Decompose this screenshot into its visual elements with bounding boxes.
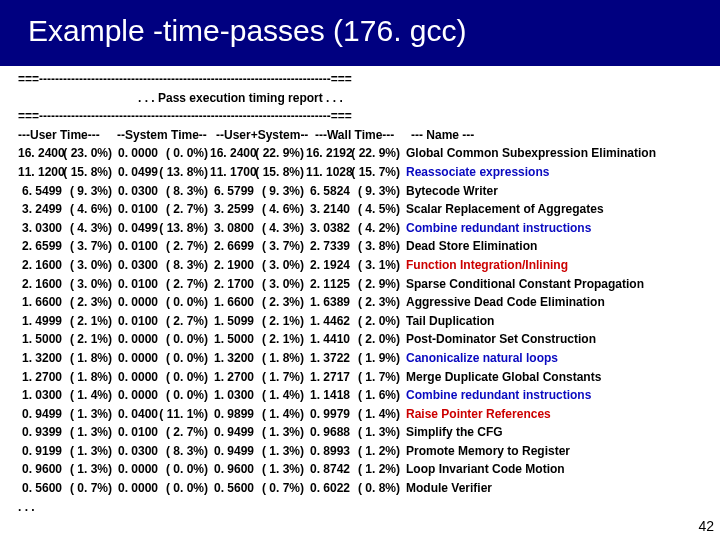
report-title: . . . Pass execution timing report . . .	[18, 89, 716, 108]
pass-name: Tail Duplication	[400, 312, 494, 331]
column-headers: ---User Time--- --System Time-- --User+S…	[18, 126, 716, 145]
timing-report: ===-------------------------------------…	[0, 66, 720, 516]
table-row: 3. 2499 ( 4. 6%)0. 0100 ( 2. 7%)3. 2599 …	[18, 200, 716, 219]
pass-name: Promote Memory to Register	[400, 442, 570, 461]
table-row: 16. 2400 ( 23. 0%)0. 0000 ( 0. 0%)16. 24…	[18, 144, 716, 163]
table-row: 3. 0300 ( 4. 3%)0. 0499 ( 13. 8%)3. 0800…	[18, 219, 716, 238]
table-row: 2. 1600 ( 3. 0%)0. 0100 ( 2. 7%)2. 1700 …	[18, 275, 716, 294]
pass-name: Combine redundant instructions	[400, 386, 591, 405]
pass-name: Post-Dominator Set Construction	[400, 330, 596, 349]
hdr-user: ---User Time---	[18, 126, 117, 145]
pass-name: Simplify the CFG	[400, 423, 503, 442]
hdr-system: --System Time--	[117, 126, 216, 145]
pass-name: Function Integration/Inlining	[400, 256, 568, 275]
page-title: Example -time-passes (176. gcc)	[0, 0, 720, 66]
table-row: 1. 3200 ( 1. 8%)0. 0000 ( 0. 0%)1. 3200 …	[18, 349, 716, 368]
pass-name: Dead Store Elimination	[400, 237, 537, 256]
pass-name: Global Common Subexpression Elimination	[400, 144, 656, 163]
pass-name: Reassociate expressions	[400, 163, 549, 182]
table-row: 1. 2700 ( 1. 8%)0. 0000 ( 0. 0%)1. 2700 …	[18, 368, 716, 387]
table-row: 2. 6599 ( 3. 7%)0. 0100 ( 2. 7%)2. 6699 …	[18, 237, 716, 256]
table-row: 0. 5600 ( 0. 7%)0. 0000 ( 0. 0%)0. 5600 …	[18, 479, 716, 498]
pass-name: Scalar Replacement of Aggregates	[400, 200, 604, 219]
data-rows: 16. 2400 ( 23. 0%)0. 0000 ( 0. 0%)16. 24…	[18, 144, 716, 497]
pass-name: Canonicalize natural loops	[400, 349, 558, 368]
table-row: 6. 5499 ( 9. 3%)0. 0300 ( 8. 3%)6. 5799 …	[18, 182, 716, 201]
pass-name: Merge Duplicate Global Constants	[400, 368, 601, 387]
pass-name: Aggressive Dead Code Elimination	[400, 293, 605, 312]
pass-name: Module Verifier	[400, 479, 492, 498]
table-row: 1. 4999 ( 2. 1%)0. 0100 ( 2. 7%)1. 5099 …	[18, 312, 716, 331]
rule-top: ===-------------------------------------…	[18, 70, 716, 89]
pass-name: Sparse Conditional Constant Propagation	[400, 275, 644, 294]
table-row: 0. 9199 ( 1. 3%)0. 0300 ( 8. 3%)0. 9499 …	[18, 442, 716, 461]
ellipsis: . . .	[18, 498, 716, 517]
pass-name: Loop Invariant Code Motion	[400, 460, 565, 479]
table-row: 1. 0300 ( 1. 4%)0. 0000 ( 0. 0%)1. 0300 …	[18, 386, 716, 405]
pass-name: Combine redundant instructions	[400, 219, 591, 238]
hdr-name: --- Name ---	[411, 126, 474, 145]
table-row: 0. 9399 ( 1. 3%)0. 0100 ( 2. 7%)0. 9499 …	[18, 423, 716, 442]
pass-name: Raise Pointer References	[400, 405, 551, 424]
table-row: 0. 9600 ( 1. 3%)0. 0000 ( 0. 0%)0. 9600 …	[18, 460, 716, 479]
page-number: 42	[698, 518, 714, 534]
hdr-wall: ---Wall Time---	[315, 126, 411, 145]
pass-name: Bytecode Writer	[400, 182, 498, 201]
table-row: 0. 9499 ( 1. 3%)0. 0400 ( 11. 1%)0. 9899…	[18, 405, 716, 424]
hdr-both: --User+System--	[216, 126, 315, 145]
table-row: 2. 1600 ( 3. 0%)0. 0300 ( 8. 3%)2. 1900 …	[18, 256, 716, 275]
table-row: 1. 6600 ( 2. 3%)0. 0000 ( 0. 0%)1. 6600 …	[18, 293, 716, 312]
rule-bottom: ===-------------------------------------…	[18, 107, 716, 126]
table-row: 1. 5000 ( 2. 1%)0. 0000 ( 0. 0%)1. 5000 …	[18, 330, 716, 349]
table-row: 11. 1200 ( 15. 8%)0. 0499 ( 13. 8%)11. 1…	[18, 163, 716, 182]
